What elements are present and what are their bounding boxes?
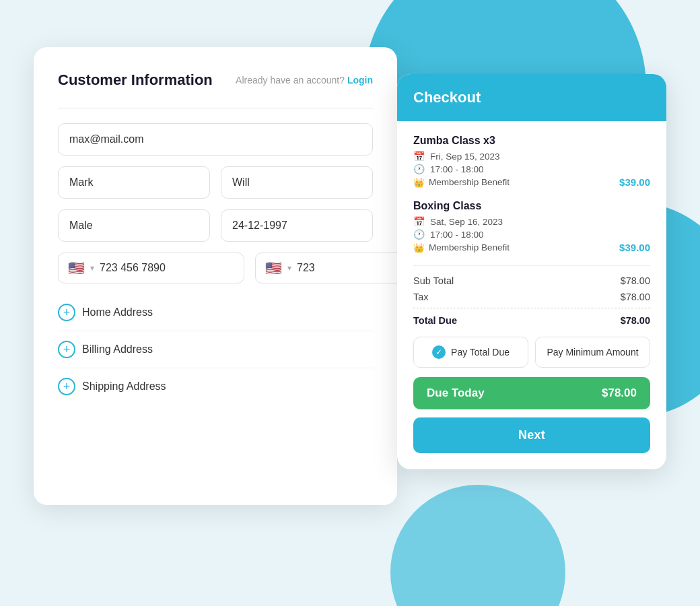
item1-date: 📅 Fri, Sep 15, 2023 bbox=[413, 151, 650, 162]
payment-options: ✓ Pay Total Due Pay Minimum Amount bbox=[413, 337, 650, 368]
phone-row: 🇺🇸 ▾ 🇺🇸 ▾ bbox=[58, 252, 373, 283]
item1-name: Zumba Class x3 bbox=[413, 135, 650, 147]
item2-membership-row: 👑 Membership Benefit $39.00 bbox=[413, 242, 650, 253]
login-prompt: Already have an account? Login bbox=[236, 75, 373, 86]
checkout-header: Checkout bbox=[397, 74, 666, 121]
subtotal-row: Sub Total $78.00 bbox=[413, 275, 650, 286]
billing-address-plus-icon: + bbox=[58, 341, 75, 358]
crown-icon-2: 👑 bbox=[413, 242, 425, 253]
item2-name: Boxing Class bbox=[413, 200, 650, 212]
home-address-label: Home Address bbox=[82, 306, 153, 318]
checkout-card: Checkout Zumba Class x3 📅 Fri, Sep 15, 2… bbox=[397, 74, 666, 469]
due-today-label: Due Today bbox=[427, 386, 485, 400]
gender-dob-row bbox=[58, 209, 373, 242]
customer-card-title: Customer Information bbox=[58, 71, 213, 89]
item1-membership-row: 👑 Membership Benefit $39.00 bbox=[413, 176, 650, 188]
phone1-flag: 🇺🇸 bbox=[68, 260, 85, 276]
dob-field[interactable] bbox=[221, 209, 373, 242]
phone2-flag: 🇺🇸 bbox=[265, 260, 282, 276]
item2-price: $39.00 bbox=[619, 242, 650, 253]
pay-total-check-icon: ✓ bbox=[432, 345, 446, 359]
checkout-body: Zumba Class x3 📅 Fri, Sep 15, 2023 🕐 17:… bbox=[397, 121, 666, 469]
totals-section: Sub Total $78.00 Tax $78.00 Total Due $7… bbox=[413, 265, 650, 326]
shipping-address-row[interactable]: + Shipping Address bbox=[58, 368, 373, 405]
home-address-plus-icon: + bbox=[58, 304, 75, 321]
item2-date: 📅 Sat, Sep 16, 2023 bbox=[413, 216, 650, 227]
subtotal-value: $78.00 bbox=[621, 275, 650, 286]
pay-minimum-button[interactable]: Pay Minimum Amount bbox=[535, 337, 650, 368]
item1-price: $39.00 bbox=[619, 176, 650, 188]
item1-time: 🕐 17:00 - 18:00 bbox=[413, 164, 650, 174]
email-group bbox=[58, 123, 373, 156]
next-button[interactable]: Next bbox=[413, 417, 650, 453]
last-name-field[interactable] bbox=[221, 166, 373, 199]
first-name-field[interactable] bbox=[58, 166, 210, 199]
tax-value: $78.00 bbox=[621, 292, 650, 302]
name-row bbox=[58, 166, 373, 199]
shipping-address-plus-icon: + bbox=[58, 378, 75, 395]
shipping-address-label: Shipping Address bbox=[82, 380, 166, 393]
crown-icon-1: 👑 bbox=[413, 177, 425, 188]
home-address-row[interactable]: + Home Address bbox=[58, 294, 373, 331]
calendar-icon-1: 📅 bbox=[413, 151, 425, 162]
pay-minimum-label: Pay Minimum Amount bbox=[547, 347, 638, 358]
phone1-dropdown-arrow[interactable]: ▾ bbox=[90, 263, 94, 273]
checkout-item-1: Zumba Class x3 📅 Fri, Sep 15, 2023 🕐 17:… bbox=[413, 135, 650, 188]
total-due-label: Total Due bbox=[413, 315, 457, 326]
tax-label: Tax bbox=[413, 292, 429, 302]
due-today-amount: $78.00 bbox=[602, 386, 637, 400]
subtotal-label: Sub Total bbox=[413, 275, 454, 286]
calendar-icon-2: 📅 bbox=[413, 216, 425, 227]
phone2-dropdown-arrow[interactable]: ▾ bbox=[287, 263, 291, 273]
item2-membership-label: 👑 Membership Benefit bbox=[413, 242, 510, 253]
login-link[interactable]: Login bbox=[347, 75, 373, 86]
clock-icon-1: 🕐 bbox=[413, 164, 425, 174]
item1-membership-label: 👑 Membership Benefit bbox=[413, 177, 510, 188]
checkout-item-2: Boxing Class 📅 Sat, Sep 16, 2023 🕐 17:00… bbox=[413, 200, 650, 253]
pay-total-due-label: Pay Total Due bbox=[451, 347, 510, 358]
item2-time: 🕐 17:00 - 18:00 bbox=[413, 229, 650, 240]
divider bbox=[58, 108, 373, 108]
phone1-input[interactable] bbox=[100, 262, 234, 274]
email-field[interactable] bbox=[58, 123, 373, 156]
gender-field[interactable] bbox=[58, 209, 210, 242]
due-today-bar: Due Today $78.00 bbox=[413, 377, 650, 409]
billing-address-label: Billing Address bbox=[82, 343, 153, 356]
customer-information-card: Customer Information Already have an acc… bbox=[34, 47, 397, 505]
total-due-row: Total Due $78.00 bbox=[413, 308, 650, 326]
billing-address-row[interactable]: + Billing Address bbox=[58, 331, 373, 368]
tax-row: Tax $78.00 bbox=[413, 292, 650, 302]
phone1-group: 🇺🇸 ▾ bbox=[58, 252, 244, 283]
page-wrapper: Customer Information Already have an acc… bbox=[34, 34, 666, 572]
customer-card-header: Customer Information Already have an acc… bbox=[58, 71, 373, 89]
clock-icon-2: 🕐 bbox=[413, 229, 425, 240]
total-due-value: $78.00 bbox=[621, 315, 650, 326]
checkout-title: Checkout bbox=[413, 89, 481, 106]
pay-total-due-button[interactable]: ✓ Pay Total Due bbox=[413, 337, 528, 368]
